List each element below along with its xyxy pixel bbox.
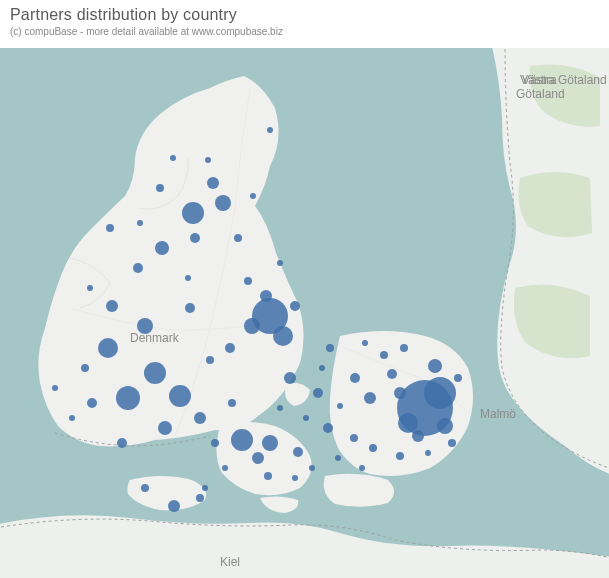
data-bubble[interactable] xyxy=(231,429,253,451)
data-bubble[interactable] xyxy=(106,224,114,232)
data-bubble[interactable] xyxy=(264,472,272,480)
data-bubble[interactable] xyxy=(369,444,377,452)
data-bubble[interactable] xyxy=(323,423,333,433)
data-bubble[interactable] xyxy=(244,277,252,285)
data-bubble[interactable] xyxy=(250,193,256,199)
data-bubble[interactable] xyxy=(234,234,242,242)
label-vastra-line1: Västra xyxy=(522,73,557,87)
data-bubble[interactable] xyxy=(81,364,89,372)
label-malmo: Malmö xyxy=(480,407,516,421)
data-bubble[interactable] xyxy=(412,430,424,442)
data-bubble[interactable] xyxy=(185,303,195,313)
data-bubble[interactable] xyxy=(396,452,404,460)
data-bubble[interactable] xyxy=(87,398,97,408)
data-bubble[interactable] xyxy=(350,434,358,442)
map-title: Partners distribution by country xyxy=(10,6,599,24)
data-bubble[interactable] xyxy=(290,301,300,311)
data-bubble[interactable] xyxy=(424,377,456,409)
data-bubble[interactable] xyxy=(155,241,169,255)
data-bubble[interactable] xyxy=(326,344,334,352)
data-bubble[interactable] xyxy=(319,365,325,371)
data-bubble[interactable] xyxy=(87,285,93,291)
data-bubble[interactable] xyxy=(309,465,315,471)
data-bubble[interactable] xyxy=(335,455,341,461)
map-subtitle: (c) compuBase - more detail available at… xyxy=(10,26,599,37)
data-bubble[interactable] xyxy=(350,373,360,383)
data-bubble[interactable] xyxy=(425,450,431,456)
data-bubble[interactable] xyxy=(137,220,143,226)
data-bubble[interactable] xyxy=(400,344,408,352)
data-bubble[interactable] xyxy=(437,418,453,434)
data-bubble[interactable] xyxy=(277,260,283,266)
data-bubble[interactable] xyxy=(387,369,397,379)
data-bubble[interactable] xyxy=(292,475,298,481)
data-bubble[interactable] xyxy=(117,438,127,448)
data-bubble[interactable] xyxy=(196,494,204,502)
data-bubble[interactable] xyxy=(158,421,172,435)
data-bubble[interactable] xyxy=(211,439,219,447)
data-bubble[interactable] xyxy=(228,399,236,407)
label-vastra-line2: Götaland xyxy=(516,87,565,101)
data-bubble[interactable] xyxy=(170,155,176,161)
map-svg: Denmark Malmö Kiel Västra Götaland Västr… xyxy=(0,48,609,578)
data-bubble[interactable] xyxy=(69,415,75,421)
data-bubble[interactable] xyxy=(106,300,118,312)
data-bubble[interactable] xyxy=(337,403,343,409)
data-bubble[interactable] xyxy=(182,202,204,224)
land-denmark xyxy=(38,76,473,513)
data-bubble[interactable] xyxy=(260,290,272,302)
data-bubble[interactable] xyxy=(252,452,264,464)
data-bubble[interactable] xyxy=(98,338,118,358)
data-bubble[interactable] xyxy=(398,413,418,433)
data-bubble[interactable] xyxy=(144,362,166,384)
map-header: Partners distribution by country (c) com… xyxy=(0,0,609,39)
data-bubble[interactable] xyxy=(137,318,153,334)
data-bubble[interactable] xyxy=(169,385,191,407)
land-germany xyxy=(0,515,609,578)
label-kiel: Kiel xyxy=(220,555,240,569)
data-bubble[interactable] xyxy=(52,385,58,391)
data-bubble[interactable] xyxy=(380,351,388,359)
data-bubble[interactable] xyxy=(215,195,231,211)
data-bubble[interactable] xyxy=(225,343,235,353)
data-bubble[interactable] xyxy=(313,388,323,398)
data-bubble[interactable] xyxy=(273,326,293,346)
data-bubble[interactable] xyxy=(362,340,368,346)
data-bubble[interactable] xyxy=(168,500,180,512)
data-bubble[interactable] xyxy=(364,392,376,404)
data-bubble[interactable] xyxy=(222,465,228,471)
data-bubble[interactable] xyxy=(277,405,283,411)
data-bubble[interactable] xyxy=(303,415,309,421)
data-bubble[interactable] xyxy=(293,447,303,457)
data-bubble[interactable] xyxy=(185,275,191,281)
data-bubble[interactable] xyxy=(284,372,296,384)
data-bubble[interactable] xyxy=(190,233,200,243)
data-bubble[interactable] xyxy=(202,485,208,491)
data-bubble[interactable] xyxy=(194,412,206,424)
data-bubble[interactable] xyxy=(205,157,211,163)
data-bubble[interactable] xyxy=(244,318,260,334)
data-bubble[interactable] xyxy=(262,435,278,451)
data-bubble[interactable] xyxy=(116,386,140,410)
data-bubble[interactable] xyxy=(267,127,273,133)
data-bubble[interactable] xyxy=(428,359,442,373)
data-bubble[interactable] xyxy=(156,184,164,192)
map-viewport[interactable]: Denmark Malmö Kiel Västra Götaland Västr… xyxy=(0,48,609,578)
data-bubble[interactable] xyxy=(359,465,365,471)
data-bubble[interactable] xyxy=(394,387,406,399)
data-bubble[interactable] xyxy=(141,484,149,492)
data-bubble[interactable] xyxy=(454,374,462,382)
data-bubble[interactable] xyxy=(207,177,219,189)
data-bubble[interactable] xyxy=(448,439,456,447)
data-bubble[interactable] xyxy=(206,356,214,364)
data-bubble[interactable] xyxy=(133,263,143,273)
label-denmark: Denmark xyxy=(130,331,180,345)
